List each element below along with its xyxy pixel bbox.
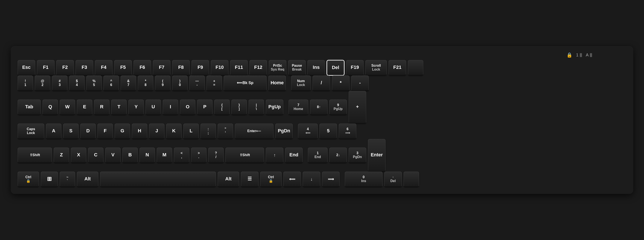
numpad-5-key[interactable]: 5 bbox=[320, 124, 337, 139]
numpad-4-key[interactable]: 4 ⟸ bbox=[298, 124, 318, 139]
l-key[interactable]: L bbox=[183, 124, 199, 139]
comma-key[interactable]: < , bbox=[174, 148, 189, 163]
pause-key[interactable]: Pause Break bbox=[288, 60, 306, 75]
rctrl-key[interactable]: Ctrl 🔒 bbox=[260, 172, 282, 187]
f19-key[interactable]: F19 bbox=[346, 60, 364, 75]
numpad-0-key[interactable]: 0 Ins bbox=[345, 172, 382, 187]
numpad-1-key[interactable]: 1 End bbox=[308, 148, 328, 163]
f4-key[interactable]: F4 bbox=[95, 60, 112, 75]
7-key[interactable]: & 7 bbox=[121, 75, 136, 91]
numpad-dot-key[interactable]: · Del bbox=[384, 172, 402, 187]
home-key[interactable]: Home bbox=[268, 75, 286, 91]
2-key[interactable]: @ 2 bbox=[35, 75, 50, 91]
pgdn-key[interactable]: PgDn bbox=[275, 124, 293, 139]
y-key[interactable]: Y bbox=[128, 99, 144, 115]
c-key[interactable]: C bbox=[88, 148, 104, 163]
f6-key[interactable]: F6 bbox=[134, 60, 151, 75]
numlock-key[interactable]: Num Lock bbox=[291, 75, 311, 91]
numpad-enter-key[interactable]: Enter bbox=[368, 139, 386, 172]
t-key[interactable]: T bbox=[111, 99, 127, 115]
up-arrow-key[interactable]: ↑ bbox=[266, 148, 283, 163]
lshift-key[interactable]: ⇧Shift bbox=[18, 148, 52, 163]
numpad-minus-key[interactable]: - bbox=[351, 75, 369, 91]
scroll-lock-key[interactable]: Scroll Lock bbox=[365, 60, 387, 75]
f5-key[interactable]: F5 bbox=[114, 60, 132, 75]
f11-key[interactable]: F11 bbox=[230, 60, 248, 75]
period-key[interactable]: > . bbox=[191, 148, 206, 163]
f10-key[interactable]: F10 bbox=[211, 60, 228, 75]
right-arrow-key[interactable]: ⟹ bbox=[322, 172, 340, 187]
tab-key[interactable]: Tab bbox=[18, 99, 41, 115]
space-key[interactable] bbox=[100, 172, 216, 187]
left-arrow-key[interactable]: ⟸ bbox=[283, 172, 301, 187]
numpad-7-key[interactable]: 7 Home bbox=[288, 99, 308, 115]
rshift-key[interactable]: ⇧Shift bbox=[226, 148, 264, 163]
quote-key[interactable]: " ' bbox=[218, 124, 233, 139]
caps-lock-key[interactable]: Caps Lock bbox=[18, 124, 44, 139]
0-key[interactable]: ) 0 bbox=[172, 75, 188, 91]
f21-key[interactable]: F21 bbox=[388, 60, 406, 75]
numpad-plus-key[interactable]: + bbox=[348, 91, 366, 124]
numpad-9-key[interactable]: 9 PgUp bbox=[329, 99, 347, 115]
i-key[interactable]: I bbox=[163, 99, 178, 115]
g-key[interactable]: G bbox=[115, 124, 130, 139]
r-key[interactable]: R bbox=[94, 99, 110, 115]
n-key[interactable]: N bbox=[140, 148, 155, 163]
equals-key[interactable]: + = bbox=[206, 75, 222, 91]
f9-key[interactable]: F9 bbox=[192, 60, 209, 75]
ralt-key[interactable]: Alt bbox=[218, 172, 239, 187]
pgup-key[interactable]: PgUp bbox=[266, 99, 283, 115]
o-key[interactable]: O bbox=[180, 99, 195, 115]
1-key[interactable]: ! 1 bbox=[18, 75, 33, 91]
del-key[interactable]: Del bbox=[327, 60, 344, 75]
9-key[interactable]: ( 9 bbox=[155, 75, 170, 91]
numpad-3-key[interactable]: 3 PgDn bbox=[348, 148, 366, 163]
enter-key[interactable]: Enter⟵ bbox=[235, 124, 274, 139]
esc-key[interactable]: Esc bbox=[18, 60, 35, 75]
a-key[interactable]: A bbox=[46, 124, 62, 139]
b-key[interactable]: B bbox=[122, 148, 138, 163]
slash-key[interactable]: ? / bbox=[208, 148, 224, 163]
p-key[interactable]: P bbox=[197, 99, 212, 115]
5-key[interactable]: % 5 bbox=[86, 75, 102, 91]
d-key[interactable]: D bbox=[80, 124, 96, 139]
f3-key[interactable]: F3 bbox=[76, 60, 93, 75]
numpad-8-key[interactable]: 8↑ bbox=[310, 99, 328, 115]
numpad-2-key[interactable]: 2↓ bbox=[329, 148, 347, 163]
q-key[interactable]: Q bbox=[42, 99, 58, 115]
backspace-key[interactable]: ⟸Bk Sp bbox=[224, 75, 266, 91]
minus-key[interactable]: — - bbox=[189, 75, 205, 91]
extra-fn-key[interactable] bbox=[408, 60, 423, 75]
z-key[interactable]: Z bbox=[54, 148, 69, 163]
m-key[interactable]: M bbox=[157, 148, 172, 163]
s-key[interactable]: S bbox=[63, 124, 78, 139]
4-key[interactable]: $ 4 bbox=[69, 75, 84, 91]
lalt-key[interactable]: Alt bbox=[77, 172, 98, 187]
f7-key[interactable]: F7 bbox=[153, 60, 170, 75]
numpad-extra-key[interactable] bbox=[404, 172, 419, 187]
numpad-6-key[interactable]: 6 ⟹ bbox=[339, 124, 356, 139]
f1-key[interactable]: F1 bbox=[37, 60, 54, 75]
h-key[interactable]: H bbox=[132, 124, 147, 139]
u-key[interactable]: U bbox=[146, 99, 161, 115]
down-arrow-key[interactable]: ↓ bbox=[303, 172, 320, 187]
j-key[interactable]: J bbox=[149, 124, 164, 139]
end-key[interactable]: End bbox=[285, 148, 303, 163]
lbracket-key[interactable]: { [ bbox=[214, 99, 230, 115]
f-key[interactable]: F bbox=[98, 124, 113, 139]
3-key[interactable]: # 3 bbox=[52, 75, 68, 91]
v-key[interactable]: V bbox=[105, 148, 121, 163]
rbracket-key[interactable]: } ] bbox=[232, 99, 247, 115]
x-key[interactable]: X bbox=[71, 148, 86, 163]
k-key[interactable]: K bbox=[166, 124, 182, 139]
f2-key[interactable]: F2 bbox=[56, 60, 74, 75]
f8-key[interactable]: F8 bbox=[172, 60, 190, 75]
f12-key[interactable]: F12 bbox=[250, 60, 267, 75]
win-key[interactable]: ⊞ bbox=[41, 172, 58, 187]
semicolon-key[interactable]: : ; bbox=[200, 124, 216, 139]
backslash-key[interactable]: | \ bbox=[248, 99, 264, 115]
numpad-slash-key[interactable]: / bbox=[312, 75, 330, 91]
lctrl-key[interactable]: Ctrl 🔒 bbox=[18, 172, 39, 187]
prtsc-key[interactable]: PrtSc Sys Req bbox=[269, 60, 286, 75]
tilde-key[interactable]: ~ ` bbox=[60, 172, 75, 187]
